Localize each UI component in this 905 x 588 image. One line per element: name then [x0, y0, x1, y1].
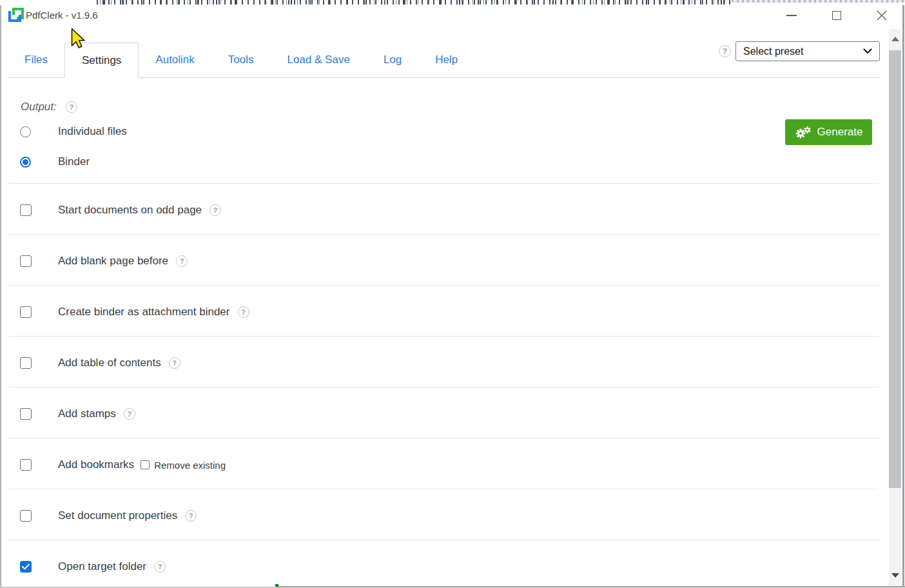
- close-button[interactable]: [867, 5, 897, 26]
- maximize-button[interactable]: [822, 5, 851, 26]
- help-icon[interactable]: ?: [124, 408, 135, 420]
- checkbox-add-blank-page-before[interactable]: [20, 255, 32, 267]
- settings-row: Set document properties ?: [9, 489, 879, 540]
- tab-help[interactable]: Help: [418, 43, 474, 77]
- output-options: Individual files Binder: [20, 124, 127, 170]
- checkbox-add-stamps[interactable]: [20, 408, 32, 420]
- app-logo-icon: [7, 6, 24, 26]
- sub-option: Remove existing: [141, 460, 226, 471]
- output-help-icon[interactable]: ?: [66, 101, 77, 113]
- chevron-down-icon: [863, 48, 872, 54]
- help-icon[interactable]: ?: [185, 510, 197, 522]
- output-option: Binder: [20, 154, 127, 170]
- tab-settings[interactable]: Settings: [64, 43, 139, 78]
- preset-help-icon[interactable]: ?: [719, 45, 731, 57]
- scroll-up-icon: [891, 37, 899, 41]
- output-option: Individual files: [20, 124, 127, 139]
- checkbox-add-bookmarks[interactable]: [20, 459, 32, 471]
- output-label: Output:: [21, 101, 57, 113]
- window-border-left: [0, 5, 1, 588]
- preset-select[interactable]: Select preset: [735, 41, 880, 61]
- tab-log[interactable]: Log: [367, 43, 418, 77]
- checkbox-create-binder-as-attachment-binder[interactable]: [20, 306, 32, 318]
- scroll-down-icon: [891, 573, 899, 578]
- help-icon[interactable]: ?: [176, 255, 188, 267]
- help-icon[interactable]: ?: [169, 357, 180, 369]
- output-section-header: Output: ?: [21, 101, 77, 113]
- settings-row: Add blank page before ?: [9, 234, 879, 285]
- generate-button[interactable]: Generate: [785, 119, 872, 145]
- minimize-icon: [786, 15, 797, 16]
- settings-row: Add bookmarks Remove existing: [9, 438, 879, 489]
- minimize-button[interactable]: [777, 5, 806, 26]
- help-icon[interactable]: ?: [154, 561, 166, 573]
- window-title: PdfClerk - v1.9.6: [26, 10, 98, 21]
- settings-row: Add stamps ?: [9, 387, 879, 438]
- tab-files[interactable]: Files: [8, 43, 64, 77]
- radio-binder[interactable]: [20, 157, 31, 168]
- close-icon: [877, 10, 887, 21]
- tab-tools[interactable]: Tools: [211, 43, 271, 77]
- preset-select-value: Select preset: [743, 46, 803, 57]
- help-icon[interactable]: ?: [238, 306, 249, 318]
- radio-individual-files[interactable]: [20, 126, 31, 137]
- gears-icon: [795, 126, 812, 139]
- help-icon[interactable]: ?: [209, 204, 221, 216]
- checkbox-start-documents-on-odd-page[interactable]: [20, 204, 32, 216]
- settings-row: Create binder as attachment binder ?: [9, 285, 879, 336]
- scrollbar-up-button[interactable]: [889, 29, 901, 48]
- tab-autolink[interactable]: Autolink: [139, 43, 211, 77]
- settings-rows: Start documents on odd page ? Add blank …: [9, 183, 879, 588]
- settings-row: Open target folder ?: [9, 540, 879, 588]
- window-border-right: [902, 5, 904, 588]
- checkbox-set-document-properties[interactable]: [20, 510, 32, 522]
- scrollbar-down-button[interactable]: [889, 566, 901, 584]
- checkbox-remove-existing[interactable]: [141, 460, 150, 469]
- checkbox-open-target-folder[interactable]: [20, 561, 32, 573]
- checkbox-add-table-of-contents[interactable]: [20, 357, 32, 369]
- vertical-scrollbar: [889, 29, 901, 585]
- scrollbar-thumb[interactable]: [889, 50, 901, 488]
- tab-load-save[interactable]: Load & Save: [271, 43, 367, 77]
- settings-row: Add table of contents ?: [9, 336, 879, 387]
- screen-artifact-top: [97, 0, 732, 5]
- maximize-icon: [832, 11, 841, 20]
- check-icon: [22, 564, 30, 570]
- screen-artifact-top-right: [732, 0, 905, 3]
- settings-row: Start documents on odd page ?: [9, 183, 879, 234]
- generate-button-label: Generate: [817, 126, 863, 139]
- app-window: PdfClerk - v1.9.6 Files Settings Autolin…: [0, 0, 905, 588]
